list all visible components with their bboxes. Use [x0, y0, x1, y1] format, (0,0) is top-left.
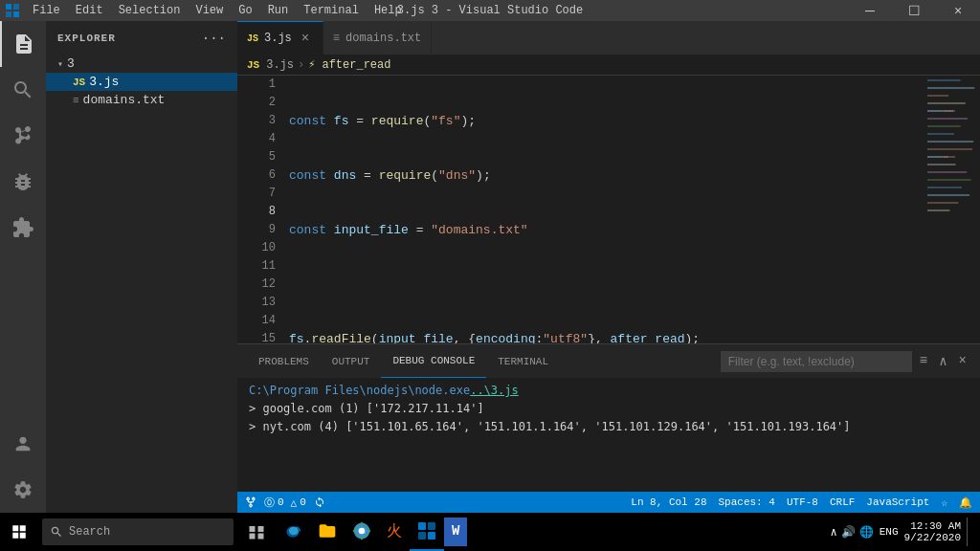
menu-file[interactable]: File: [25, 0, 68, 21]
status-feedback[interactable]: ☆: [941, 496, 947, 509]
activity-search[interactable]: [0, 67, 46, 113]
activity-source-control[interactable]: [0, 113, 46, 159]
taskbar-word[interactable]: W: [444, 518, 467, 546]
sidebar-folder-root[interactable]: ▾ 3: [46, 55, 237, 73]
panel-collapse-icon[interactable]: ∧: [935, 351, 950, 371]
line-num-6: 6: [237, 166, 276, 185]
terminal-path: C:\Program Files\nodejs\node.exe: [249, 382, 470, 400]
panel: PROBLEMS OUTPUT DEBUG CONSOLE TERMINAL ≡…: [237, 343, 980, 492]
breadcrumb-function[interactable]: ⚡: [308, 57, 315, 72]
status-branch[interactable]: [245, 496, 256, 508]
line-numbers: 1 2 3 4 5 6 7 8 9 10 11 12 13 14 15 16 1…: [237, 76, 285, 343]
titlebar-menu: File Edit Selection View Go Run Terminal…: [25, 0, 410, 21]
tray-volume[interactable]: 🔊: [841, 525, 856, 540]
sidebar-file-3js[interactable]: JS 3.js: [46, 73, 237, 91]
close-button[interactable]: ×: [936, 0, 980, 21]
taskbar-clock[interactable]: 12:30 AM 9/22/2020: [904, 520, 961, 543]
panel-tab-problems[interactable]: PROBLEMS: [247, 344, 321, 378]
line-num-7: 7: [237, 185, 276, 203]
breadcrumb: JS 3.js › ⚡ after_read: [237, 55, 980, 76]
taskbar-explorer[interactable]: [310, 513, 345, 551]
status-spaces[interactable]: Spaces: 4: [719, 496, 775, 508]
status-bell[interactable]: 🔔: [959, 496, 972, 509]
code-editor[interactable]: 1 2 3 4 5 6 7 8 9 10 11 12 13 14 15 16 1…: [237, 76, 980, 343]
taskbar-right: ∧ 🔊 🌐 ENG 12:30 AM 9/22/2020: [831, 518, 980, 546]
clock-date: 9/22/2020: [904, 532, 961, 543]
status-ln-col[interactable]: Ln 8, Col 28: [631, 496, 706, 508]
taskbar-left: Search 火 W: [0, 513, 467, 551]
panel-tab-output[interactable]: OUTPUT: [321, 344, 382, 378]
tab-domains[interactable]: ≡ domains.txt: [323, 21, 432, 55]
breadcrumb-function-name: after_read: [322, 58, 390, 72]
terminal-link[interactable]: ..\3.js: [470, 382, 519, 400]
tab-label-domains: domains.txt: [345, 32, 421, 45]
panel-tab-debug-console[interactable]: DEBUG CONSOLE: [381, 344, 486, 378]
activity-settings[interactable]: [0, 467, 46, 513]
menu-help[interactable]: Help: [367, 0, 410, 21]
taskbar-start-button[interactable]: [0, 513, 38, 551]
sidebar-file-name-domains: domains.txt: [83, 93, 166, 107]
tray-chevron[interactable]: ∧: [831, 525, 837, 540]
taskbar-edge[interactable]: [276, 513, 310, 551]
status-sync[interactable]: [314, 496, 325, 508]
tab-3js[interactable]: JS 3.js ×: [237, 21, 323, 55]
sidebar-file-name-3js: 3.js: [89, 75, 119, 89]
editor-area: JS 3.js × ≡ domains.txt JS 3.js › ⚡ afte…: [237, 21, 980, 513]
activity-bar-bottom: [0, 421, 46, 513]
status-eol[interactable]: CRLF: [830, 496, 855, 508]
status-encoding[interactable]: UTF-8: [787, 496, 818, 508]
taskbar-lang[interactable]: ENG: [880, 526, 899, 538]
panel-filter-input[interactable]: [721, 351, 912, 372]
activity-debug[interactable]: [0, 159, 46, 205]
search-bar-text: Search: [69, 525, 110, 539]
menu-terminal[interactable]: Terminal: [296, 0, 367, 21]
activity-account[interactable]: [0, 421, 46, 467]
minimap: [923, 76, 980, 343]
activity-explorer[interactable]: [0, 21, 46, 67]
menu-view[interactable]: View: [188, 0, 231, 21]
code-content[interactable]: const fs = require("fs"); const dns = re…: [285, 76, 923, 343]
taskbar-app4[interactable]: 火: [379, 513, 410, 551]
menu-selection[interactable]: Selection: [111, 0, 189, 21]
taskbar-task-view[interactable]: [237, 513, 276, 551]
panel-filter-icon[interactable]: ≡: [916, 351, 931, 371]
line-num-9: 9: [237, 221, 276, 239]
line-num-15: 15: [237, 330, 276, 343]
titlebar-controls: ─ ☐ ×: [848, 0, 980, 21]
tab-txt-icon: ≡: [333, 32, 340, 45]
tab-label-3js: 3.js: [264, 32, 292, 45]
activity-extensions[interactable]: [0, 205, 46, 251]
tab-close-3js[interactable]: ×: [298, 31, 313, 46]
sidebar-file-domains[interactable]: ≡ domains.txt: [46, 91, 237, 109]
menu-run[interactable]: Run: [260, 0, 297, 21]
taskbar-chrome[interactable]: [345, 513, 379, 551]
line-num-5: 5: [237, 148, 276, 166]
panel-tab-terminal[interactable]: TERMINAL: [486, 344, 560, 378]
status-language[interactable]: JavaScript: [866, 496, 929, 508]
panel-close-icon[interactable]: ×: [955, 351, 970, 371]
code-line-5: fs.readFile(input_file, {encoding:"utf8"…: [285, 330, 923, 343]
panel-content: C:\Program Files\nodejs\node.exe ..\3.js…: [237, 378, 980, 492]
taskbar-show-desktop[interactable]: [967, 518, 972, 546]
breadcrumb-file[interactable]: JS: [247, 59, 259, 71]
tray-network[interactable]: 🌐: [859, 525, 874, 540]
svg-rect-2: [6, 11, 11, 17]
statusbar-right: Ln 8, Col 28 Spaces: 4 UTF-8 CRLF JavaSc…: [631, 496, 972, 509]
sidebar-more-icon[interactable]: ···: [202, 31, 226, 46]
menu-edit[interactable]: Edit: [68, 0, 111, 21]
statusbar: ⓪ 0 △ 0 Ln 8, Col 28 Spaces: 4 UTF-8 CRL…: [237, 492, 980, 513]
menu-go[interactable]: Go: [231, 0, 259, 21]
breadcrumb-filename[interactable]: 3.js: [266, 58, 294, 72]
line-num-12: 12: [237, 276, 276, 294]
code-line-1: const fs = require("fs");: [285, 112, 923, 130]
taskbar-vscode[interactable]: [410, 513, 444, 551]
svg-rect-10: [418, 532, 426, 540]
status-errors[interactable]: ⓪ 0 △ 0: [264, 496, 306, 510]
svg-point-5: [289, 527, 299, 535]
maximize-button[interactable]: ☐: [892, 0, 936, 21]
warning-count: 0: [300, 496, 306, 508]
terminal-output-1: > google.com (1) ['172.217.11.14']: [249, 400, 484, 418]
taskbar-search[interactable]: Search: [42, 518, 234, 545]
minimize-button[interactable]: ─: [848, 0, 892, 21]
sidebar-header: EXPLORER ···: [46, 21, 237, 55]
